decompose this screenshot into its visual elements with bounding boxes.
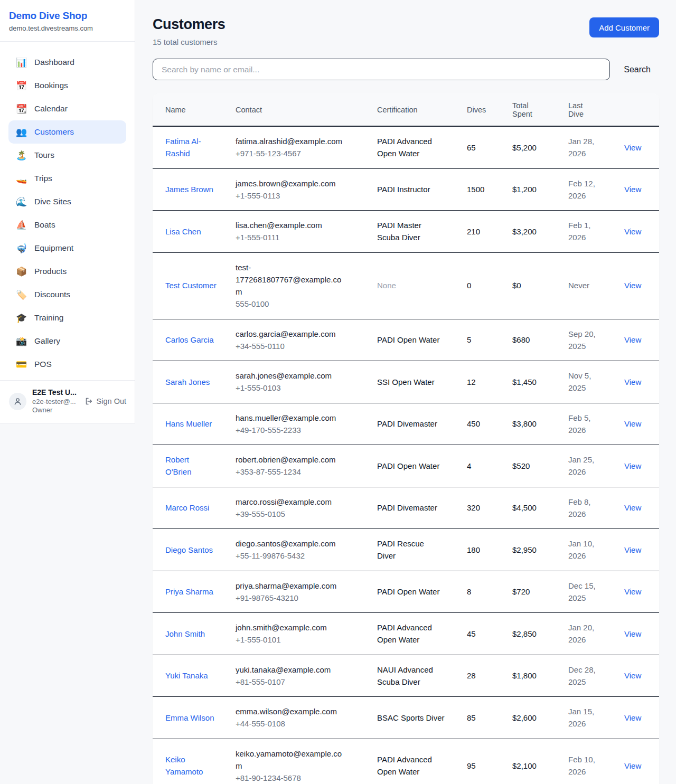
customer-last-dive: Never	[568, 279, 589, 291]
sidebar-item-label: Products	[34, 267, 67, 276]
customer-phone: +1-555-0101	[236, 634, 364, 646]
search-button[interactable]: Search	[615, 61, 659, 79]
user-role: Owner	[32, 406, 79, 414]
customer-dives: 1500	[461, 168, 506, 211]
customer-dives: 45	[461, 613, 506, 655]
sidebar-item-label: Customers	[34, 127, 74, 137]
sidebar-item-equipment[interactable]: 🤿 Equipment	[8, 237, 126, 260]
view-link[interactable]: View	[624, 713, 641, 722]
sign-out-button[interactable]: Sign Out	[84, 397, 126, 405]
user-icon	[13, 397, 22, 406]
shop-domain: demo.test.divestreams.com	[9, 24, 126, 32]
sidebar-item-label: Equipment	[34, 243, 73, 253]
view-link[interactable]: View	[624, 143, 641, 152]
user-meta: E2E Test U... e2e-tester@... Owner	[32, 388, 79, 414]
customer-last-dive: Feb 5, 2026	[568, 412, 599, 437]
customer-email: priya.sharma@example.com	[236, 580, 345, 592]
customer-phone: +49-170-555-2233	[236, 424, 364, 436]
table-row: John Smith john.smith@example.com +1-555…	[153, 613, 659, 655]
training-icon: 🎓	[16, 313, 26, 324]
sidebar-item-customers[interactable]: 👥 Customers	[8, 120, 126, 144]
sidebar-item-calendar[interactable]: 📆 Calendar	[8, 97, 126, 120]
sidebar-item-bookings[interactable]: 📅 Bookings	[8, 74, 126, 97]
sidebar-item-tours[interactable]: 🏝️ Tours	[8, 144, 126, 167]
customer-email: diego.santos@example.com	[236, 537, 345, 550]
view-link[interactable]: View	[624, 377, 641, 386]
user-email: e2e-tester@...	[32, 398, 79, 406]
sign-out-label: Sign Out	[97, 397, 126, 405]
customer-dives: 210	[461, 211, 506, 253]
dashboard-icon: 📊	[16, 57, 26, 68]
customer-name-link[interactable]: Test Customer	[165, 279, 217, 291]
customer-email: yuki.tanaka@example.com	[236, 664, 345, 676]
boats-icon: ⛵	[16, 220, 26, 231]
sidebar-item-discounts[interactable]: 🏷️ Discounts	[8, 283, 126, 306]
column-header-actions	[618, 93, 659, 126]
table-row: Priya Sharma priya.sharma@example.com +9…	[153, 571, 659, 613]
customer-name-link[interactable]: Hans Mueller	[165, 418, 212, 430]
table-row: Carlos Garcia carlos.garcia@example.com …	[153, 319, 659, 361]
sidebar-item-trips[interactable]: 🚤 Trips	[8, 167, 126, 190]
sidebar-item-label: Trips	[34, 174, 52, 183]
customer-dives: 0	[461, 252, 506, 319]
sidebar-item-dive-sites[interactable]: 🌊 Dive Sites	[8, 190, 126, 213]
view-link[interactable]: View	[624, 227, 641, 236]
tours-icon: 🏝️	[16, 150, 26, 161]
table-row: Marco Rossi marco.rossi@example.com +39-…	[153, 487, 659, 529]
view-link[interactable]: View	[624, 503, 641, 512]
customer-email: marco.rossi@example.com	[236, 496, 345, 508]
customer-email: carlos.garcia@example.com	[236, 328, 345, 340]
customer-total-spent: $3,200	[506, 211, 562, 253]
customer-certification: PADI Divemaster	[377, 502, 437, 514]
view-link[interactable]: View	[624, 419, 641, 428]
customer-name-link[interactable]: Marco Rossi	[165, 502, 209, 514]
view-link[interactable]: View	[624, 545, 641, 554]
customer-name-link[interactable]: James Brown	[165, 183, 213, 195]
sidebar-item-training[interactable]: 🎓 Training	[8, 306, 126, 329]
customer-name-link[interactable]: Yuki Tanaka	[165, 669, 208, 682]
view-link[interactable]: View	[624, 461, 641, 470]
customer-name-link[interactable]: Priya Sharma	[165, 585, 213, 598]
customer-email: emma.wilson@example.com	[236, 705, 345, 717]
view-link[interactable]: View	[624, 629, 641, 638]
view-link[interactable]: View	[624, 281, 641, 290]
customer-total-spent: $3,800	[506, 403, 562, 445]
sidebar-item-dashboard[interactable]: 📊 Dashboard	[8, 51, 126, 74]
sidebar-item-label: Calendar	[34, 104, 68, 114]
view-link[interactable]: View	[624, 185, 641, 194]
customer-name-link[interactable]: Sarah Jones	[165, 376, 210, 388]
view-link[interactable]: View	[624, 761, 641, 770]
view-link[interactable]: View	[624, 587, 641, 596]
customer-email: lisa.chen@example.com	[236, 219, 345, 231]
add-customer-button[interactable]: Add Customer	[589, 17, 659, 37]
column-header-certification: Certification	[371, 93, 461, 126]
customer-name-link[interactable]: Robert O'Brien	[165, 454, 217, 478]
sidebar-item-gallery[interactable]: 📸 Gallery	[8, 329, 126, 353]
customer-name-link[interactable]: Emma Wilson	[165, 712, 214, 724]
customer-name-link[interactable]: Diego Santos	[165, 544, 213, 556]
customer-name-link[interactable]: Fatima Al-Rashid	[165, 135, 217, 160]
sidebar-item-label: POS	[34, 360, 52, 369]
customer-name-link[interactable]: John Smith	[165, 628, 205, 640]
page-title: Customers	[153, 16, 225, 33]
table-row: Diego Santos diego.santos@example.com +5…	[153, 529, 659, 571]
sidebar-item-products[interactable]: 📦 Products	[8, 260, 126, 283]
table-row: Robert O'Brien robert.obrien@example.com…	[153, 445, 659, 487]
customer-name-link[interactable]: Keiko Yamamoto	[165, 753, 217, 778]
view-link[interactable]: View	[624, 335, 641, 344]
sidebar-item-pos[interactable]: 💳 POS	[8, 353, 126, 376]
customer-total-spent: $520	[506, 445, 562, 487]
column-header-dives: Dives	[461, 93, 506, 126]
view-link[interactable]: View	[624, 671, 641, 680]
table-row: Test Customer test-1772681807767@example…	[153, 252, 659, 319]
sidebar-item-label: Training	[34, 313, 63, 323]
sidebar-item-boats[interactable]: ⛵ Boats	[8, 213, 126, 237]
column-header-last-dive: Last Dive	[562, 93, 618, 126]
table-row: Hans Mueller hans.mueller@example.com +4…	[153, 403, 659, 445]
customer-name-link[interactable]: Lisa Chen	[165, 225, 201, 238]
table-row: Yuki Tanaka yuki.tanaka@example.com +81-…	[153, 655, 659, 697]
customer-name-link[interactable]: Carlos Garcia	[165, 334, 214, 346]
customer-last-dive: Jan 20, 2026	[568, 621, 599, 646]
customer-last-dive: Feb 10, 2026	[568, 753, 599, 778]
search-input[interactable]	[153, 59, 610, 80]
